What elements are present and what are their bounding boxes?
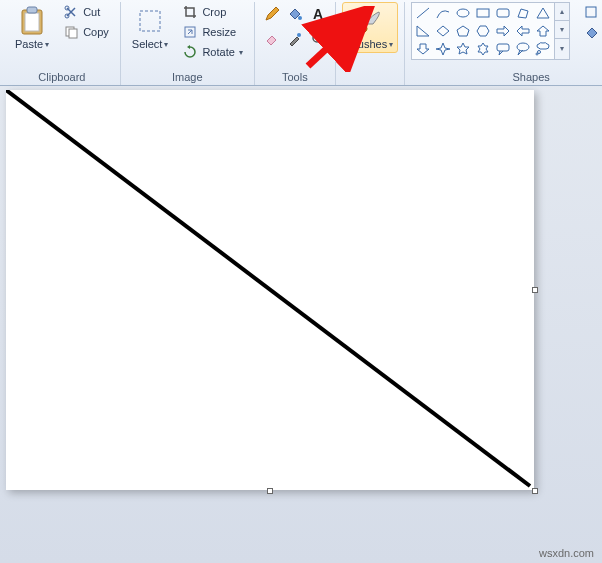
group-shapes: ▴ ▾ ▾ Outline▾ Fill▾ Shapes: [405, 2, 602, 85]
shapes-group-label: Shapes: [512, 70, 549, 85]
svg-point-12: [313, 34, 321, 42]
shapes-gallery-scroll[interactable]: ▴ ▾ ▾: [555, 2, 570, 60]
svg-rect-7: [140, 11, 160, 31]
shape-callout-cloud[interactable]: [533, 40, 553, 58]
svg-point-9: [298, 16, 302, 20]
svg-rect-20: [586, 7, 596, 17]
shape-star-4[interactable]: [433, 40, 453, 58]
svg-point-19: [536, 53, 538, 55]
resize-handle-east[interactable]: [532, 287, 538, 293]
group-image: Select▾ Crop Resize Rotate▾ Image: [121, 2, 255, 85]
chevron-down-icon: ▾: [389, 40, 393, 49]
image-group-label: Image: [172, 70, 203, 85]
svg-rect-14: [477, 9, 489, 17]
rotate-button[interactable]: Rotate▾: [177, 42, 247, 62]
drawing-canvas[interactable]: [6, 90, 534, 490]
rotate-label: Rotate: [202, 46, 234, 58]
fill-button[interactable]: Fill▾: [578, 22, 602, 42]
resize-label: Resize: [202, 26, 236, 38]
fill-icon: [583, 24, 599, 40]
svg-rect-6: [69, 29, 77, 38]
clipboard-icon: [16, 5, 48, 37]
svg-point-17: [517, 43, 529, 51]
svg-rect-15: [497, 9, 509, 17]
group-clipboard: Paste▾ Cut Copy Clipboard: [4, 2, 121, 85]
shape-star-5[interactable]: [453, 40, 473, 58]
shape-pentagon[interactable]: [453, 22, 473, 40]
crop-icon: [182, 4, 198, 20]
shape-rectangle[interactable]: [473, 4, 493, 22]
chevron-down-icon: ▾: [239, 48, 243, 57]
svg-rect-1: [25, 13, 39, 31]
chevron-down-icon: ▾: [164, 40, 168, 49]
shape-arrow-down[interactable]: [413, 40, 433, 58]
group-brushes: Brushes▾: [336, 2, 405, 85]
shape-oval[interactable]: [453, 4, 473, 22]
text-tool[interactable]: A: [307, 2, 329, 26]
select-icon: [134, 5, 166, 37]
shape-triangle[interactable]: [533, 4, 553, 22]
resize-button[interactable]: Resize: [177, 22, 247, 42]
shape-line[interactable]: [413, 4, 433, 22]
shape-arrow-right[interactable]: [493, 22, 513, 40]
brush-icon: [354, 5, 386, 37]
magnifier-tool[interactable]: [307, 27, 329, 51]
clipboard-group-label: Clipboard: [38, 70, 85, 85]
tools-group-label: Tools: [282, 70, 308, 85]
fill-tool[interactable]: [284, 2, 306, 26]
canvas-content: [6, 90, 534, 490]
paste-button[interactable]: Paste▾: [10, 2, 54, 53]
shape-hexagon[interactable]: [473, 22, 493, 40]
shapes-gallery[interactable]: [411, 2, 555, 60]
shape-callout-oval[interactable]: [513, 40, 533, 58]
shape-polygon[interactable]: [513, 4, 533, 22]
svg-text:A: A: [313, 6, 323, 22]
gallery-down-icon[interactable]: ▾: [555, 21, 569, 39]
paste-label: Paste: [15, 38, 43, 50]
watermark-text: wsxdn.com: [539, 547, 594, 559]
shape-curve[interactable]: [433, 4, 453, 22]
shape-right-triangle[interactable]: [413, 22, 433, 40]
crop-label: Crop: [202, 6, 226, 18]
scissors-icon: [63, 4, 79, 20]
rotate-icon: [182, 44, 198, 60]
copy-icon: [63, 24, 79, 40]
svg-point-11: [297, 33, 301, 37]
brushes-label: Brushes: [347, 38, 387, 50]
copy-button[interactable]: Copy: [58, 22, 114, 42]
group-tools: A Tools: [255, 2, 336, 85]
shape-rounded-rectangle[interactable]: [493, 4, 513, 22]
svg-rect-16: [497, 44, 509, 51]
resize-icon: [182, 24, 198, 40]
shape-diamond[interactable]: [433, 22, 453, 40]
outline-button[interactable]: Outline▾: [578, 2, 602, 22]
shape-star-6[interactable]: [473, 40, 493, 58]
svg-point-13: [457, 9, 469, 17]
cut-label: Cut: [83, 6, 100, 18]
brushes-button[interactable]: Brushes▾: [342, 2, 398, 53]
shape-arrow-up[interactable]: [533, 22, 553, 40]
crop-button[interactable]: Crop: [177, 2, 247, 22]
select-button[interactable]: Select▾: [127, 2, 174, 53]
chevron-down-icon: ▾: [45, 40, 49, 49]
gallery-up-icon[interactable]: ▴: [555, 3, 569, 21]
svg-line-21: [6, 90, 530, 486]
pencil-tool[interactable]: [261, 2, 283, 26]
resize-handle-southeast[interactable]: [532, 488, 538, 494]
shape-arrow-left[interactable]: [513, 22, 533, 40]
ribbon-toolbar: Paste▾ Cut Copy Clipboard Select▾: [0, 0, 602, 86]
resize-handle-south[interactable]: [267, 488, 273, 494]
color-picker-tool[interactable]: [284, 27, 306, 51]
outline-icon: [583, 4, 599, 20]
copy-label: Copy: [83, 26, 109, 38]
gallery-expand-icon[interactable]: ▾: [555, 39, 569, 57]
eraser-tool[interactable]: [261, 27, 283, 51]
svg-rect-2: [27, 7, 37, 13]
shape-callout-rounded[interactable]: [493, 40, 513, 58]
cut-button[interactable]: Cut: [58, 2, 114, 22]
canvas-area: [6, 90, 534, 490]
select-label: Select: [132, 38, 163, 50]
